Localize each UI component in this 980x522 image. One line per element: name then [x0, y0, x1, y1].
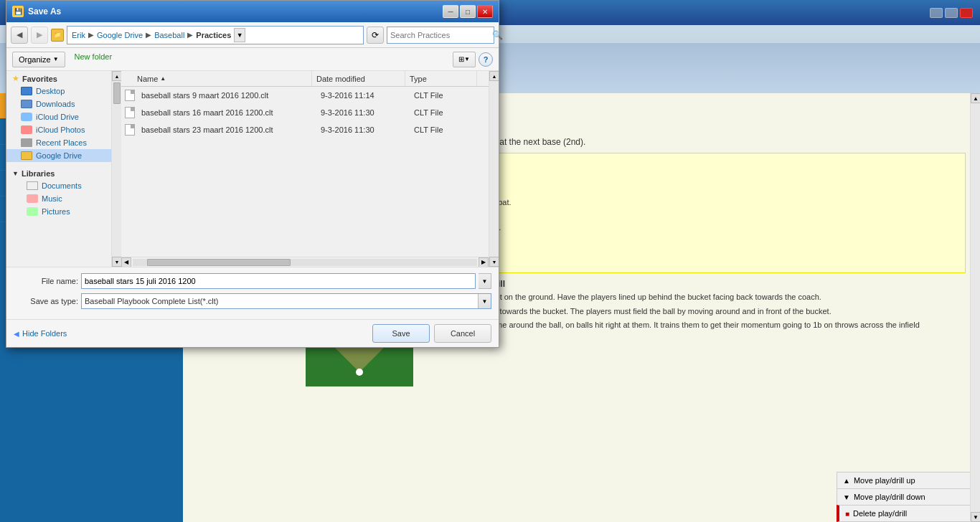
sidebar-downloads[interactable]: Downloads	[6, 98, 111, 110]
filename-dropdown-btn[interactable]: ▼	[479, 273, 491, 289]
sidebar-google-drive-label: Google Drive	[36, 151, 82, 160]
toolbar-left: Organize ▼ New folder	[12, 52, 118, 67]
breadcrumb-erik[interactable]: Erik	[72, 31, 85, 39]
filelist-rows: baseball stars 9 maart 2016 1200.clt 9-3…	[121, 87, 489, 257]
file-row-2[interactable]: baseball stars 16 maart 2016 1200.clt 9-…	[121, 104, 489, 121]
dialog-maximize-btn[interactable]: □	[460, 5, 476, 18]
sidebar-desktop[interactable]: Desktop	[6, 85, 111, 98]
move-up-icon: ▲	[843, 477, 850, 485]
file-type-1: CLT File	[410, 91, 481, 100]
drill-3-desc2: The coach roles a ball towards the bucke…	[420, 305, 966, 318]
save-label: Save	[392, 329, 410, 338]
sidebar-scroll-down[interactable]: ▼	[112, 257, 121, 267]
file-row-1[interactable]: baseball stars 9 maart 2016 1200.clt 9-3…	[121, 87, 489, 104]
main-scroll-up[interactable]: ▲	[971, 93, 980, 103]
help-btn[interactable]: ?	[479, 52, 493, 67]
nav-forward-btn[interactable]: ▶	[31, 27, 48, 44]
file-date-3: 9-3-2016 11:30	[316, 125, 410, 134]
filelist-vscrollbar[interactable]: ▲ ▼	[489, 71, 499, 267]
hide-folders-btn[interactable]: ◀ Hide Folders	[14, 329, 67, 338]
sidebar-google-drive[interactable]: Google Drive	[6, 149, 111, 162]
refresh-btn[interactable]: ⟳	[367, 27, 384, 44]
sidebar-icloud-drive[interactable]: iCloud Drive	[6, 110, 111, 123]
sidebar-downloads-label: Downloads	[36, 100, 75, 108]
app-minimize-btn[interactable]	[930, 8, 943, 18]
dialog-minimize-btn[interactable]: ─	[443, 5, 458, 18]
file-date-1: 9-3-2016 11:14	[316, 91, 410, 100]
nav-back-btn[interactable]: ◀	[11, 27, 28, 44]
view-dropdown: ▼	[464, 56, 470, 62]
sidebar-desktop-label: Desktop	[36, 87, 65, 95]
main-scroll-track	[971, 103, 980, 512]
main-scroll-down[interactable]: ▼	[971, 512, 980, 522]
hscroll-left-btn[interactable]: ◀	[121, 257, 131, 267]
filetype-select[interactable]: Baseball Playbook Complete List(*.clt) ▼	[81, 293, 491, 309]
filelist-scroll-up[interactable]: ▲	[489, 71, 499, 81]
file-date-2: 9-3-2016 11:30	[316, 108, 410, 117]
icloud-drive-icon	[21, 113, 32, 121]
sidebar-icloud-photos-label: iCloud Photos	[36, 125, 85, 134]
organize-btn[interactable]: Organize ▼	[12, 52, 65, 67]
hscrollbar[interactable]: ◀ ▶	[121, 257, 489, 267]
breadcrumb-baseball[interactable]: Baseball	[154, 31, 184, 39]
delete-label: Delete play/drill	[853, 509, 907, 518]
col-header-date[interactable]: Date modified	[312, 71, 405, 86]
organize-label: Organize	[19, 55, 51, 64]
drill-3-desc3: This trains them to come around the ball…	[420, 319, 966, 331]
col-header-name[interactable]: Name ▲	[133, 71, 312, 86]
delete-button[interactable]: ■ Delete play/drill	[837, 505, 980, 522]
sidebar-scroll-track	[112, 81, 121, 257]
breadcrumb-dropdown-btn[interactable]: ▼	[234, 28, 245, 42]
main-vscrollbar[interactable]: ▲ ▼	[970, 93, 980, 522]
breadcrumb-sep-2: ▶	[146, 31, 151, 39]
search-icon[interactable]: 🔍	[492, 30, 503, 40]
cancel-label: Cancel	[451, 329, 475, 338]
sidebar-pictures[interactable]: Pictures	[6, 205, 111, 218]
col-header-type[interactable]: Type	[405, 71, 477, 86]
downloads-icon	[21, 100, 32, 108]
hscroll-right-btn[interactable]: ▶	[479, 257, 489, 267]
filelist-scroll-track	[489, 81, 499, 257]
sidebar-vscrollbar[interactable]: ▲ ▼	[111, 71, 121, 267]
file-doc-icon-2	[125, 107, 135, 118]
filelist-wrapper: Name ▲ Date modified Type	[121, 71, 499, 267]
move-down-button[interactable]: ▼ Move play/drill down	[837, 488, 980, 505]
hscroll-track	[133, 259, 477, 266]
sidebar-scroll-up[interactable]: ▲	[112, 71, 121, 81]
dialog-body: ★ Favorites Desktop Downloads iCloud Dri…	[6, 71, 499, 267]
toolbar-right: ⊞ ▼ ?	[453, 52, 493, 67]
search-input[interactable]	[390, 31, 489, 39]
cancel-button[interactable]: Cancel	[434, 324, 491, 343]
dialog-sidebar-wrapper: ★ Favorites Desktop Downloads iCloud Dri…	[6, 71, 121, 267]
file-row-3[interactable]: baseball stars 23 maart 2016 1200.clt 9-…	[121, 121, 489, 138]
view-toggle-btn[interactable]: ⊞ ▼	[453, 52, 476, 67]
sidebar-recent-places-label: Recent Places	[36, 138, 87, 147]
filename-input[interactable]	[81, 273, 476, 289]
dialog-titlebar-left: 💾 Save As	[12, 6, 61, 17]
app-close-btn[interactable]	[960, 8, 973, 18]
save-button[interactable]: Save	[372, 324, 430, 343]
breadcrumb-googledrive[interactable]: Google Drive	[97, 31, 143, 39]
favorites-label: Favorites	[22, 75, 57, 83]
sidebar-documents[interactable]: Documents	[6, 179, 111, 192]
file-doc-icon-3	[125, 124, 135, 136]
address-bar: Erik ▶ Google Drive ▶ Baseball ▶ Practic…	[67, 26, 364, 44]
breadcrumb-sep-3: ▶	[187, 31, 193, 39]
filelist-scroll-down[interactable]: ▼	[489, 257, 499, 267]
dialog-close-btn[interactable]: ✕	[477, 5, 493, 18]
sidebar-music[interactable]: Music	[6, 192, 111, 205]
filetype-value: Baseball Playbook Complete List(*.clt)	[82, 297, 478, 305]
libraries-label: Libraries	[22, 169, 55, 178]
move-up-button[interactable]: ▲ Move play/drill up	[837, 472, 980, 488]
app-maximize-btn[interactable]	[945, 8, 958, 18]
breadcrumb-practices[interactable]: Practices	[196, 31, 231, 39]
filetype-dropdown-arrow[interactable]: ▼	[478, 294, 491, 308]
help-icon: ?	[484, 55, 489, 64]
sidebar-pictures-label: Pictures	[42, 207, 70, 216]
new-folder-btn[interactable]: New folder	[68, 52, 119, 67]
file-icon-1	[123, 90, 137, 101]
sidebar-recent-places[interactable]: Recent Places	[6, 136, 111, 149]
sidebar-icloud-photos[interactable]: iCloud Photos	[6, 123, 111, 136]
svg-point-9	[356, 369, 363, 376]
file-icon-2	[123, 107, 137, 118]
